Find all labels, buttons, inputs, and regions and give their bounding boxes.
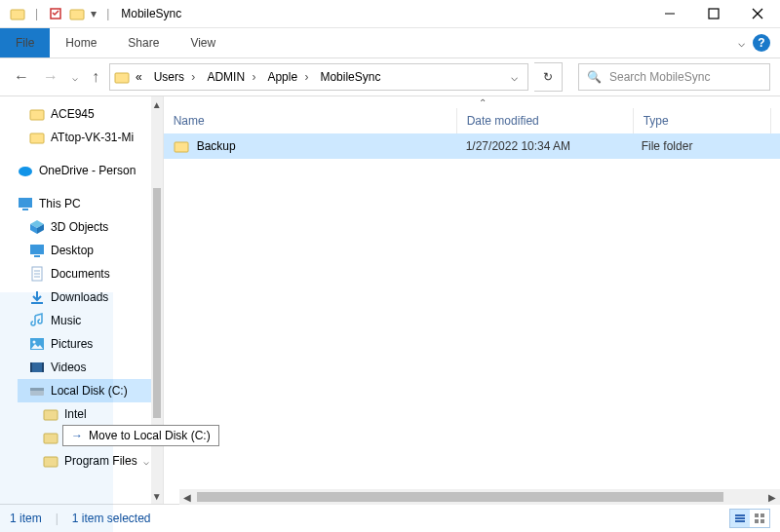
breadcrumb-apple[interactable]: Apple › (261, 70, 314, 84)
column-type[interactable]: Type (634, 108, 771, 133)
svg-rect-8 (30, 110, 44, 120)
up-button[interactable]: ↑ (88, 68, 103, 86)
search-icon: 🔍 (587, 70, 602, 84)
list-collapse-icon[interactable]: ⌃ (164, 96, 780, 108)
file-list: ⌃ Name Date modified Type Si Backup 1/27… (163, 96, 780, 504)
svg-rect-2 (70, 10, 84, 19)
horizontal-scrollbar[interactable]: ◀ ▶ (179, 489, 780, 505)
svg-rect-17 (34, 255, 40, 257)
search-placeholder: Search MobileSync (609, 70, 710, 84)
sidebar-item-label: Documents (51, 267, 110, 281)
breadcrumb-users[interactable]: Users › (148, 70, 202, 84)
list-header: Name Date modified Type Si (164, 108, 780, 133)
view-switcher (729, 509, 770, 528)
ribbon-collapse-icon[interactable]: ⌵ (738, 36, 745, 50)
tab-view[interactable]: View (175, 28, 231, 57)
svg-rect-37 (755, 513, 759, 517)
svg-rect-11 (19, 198, 32, 208)
breadcrumb-admin[interactable]: ADMIN › (201, 70, 261, 84)
address-bar[interactable]: « Users › ADMIN › Apple › MobileSync ⌵ (109, 63, 528, 91)
ribbon: File Home Share View ⌵ ? (0, 28, 780, 58)
folder-icon (10, 6, 25, 21)
refresh-button[interactable]: ↻ (534, 62, 563, 92)
folder-icon (29, 130, 45, 145)
qat-overflow-icon[interactable]: ▾ (91, 7, 97, 20)
h-scroll-thumb[interactable] (197, 492, 723, 502)
navbar: ← → ⌵ ↑ « Users › ADMIN › Apple › Mobile… (0, 58, 780, 96)
column-name[interactable]: Name (164, 108, 457, 133)
monitor-icon (18, 196, 33, 211)
app-folder-icon (69, 6, 85, 21)
minimize-button[interactable] (647, 0, 691, 27)
window-title: MobileSync (121, 7, 181, 20)
properties-icon[interactable] (48, 6, 63, 21)
back-button[interactable]: ← (10, 68, 33, 86)
sidebar-item-desktop[interactable]: Desktop (18, 239, 163, 262)
column-date[interactable]: Date modified (457, 108, 634, 133)
scroll-thumb[interactable] (153, 188, 161, 418)
thumbnails-view-button[interactable] (750, 510, 769, 527)
details-view-button[interactable] (730, 510, 750, 527)
sidebar-item-label: Desktop (51, 244, 94, 257)
scroll-up-icon[interactable]: ▲ (151, 96, 163, 112)
breadcrumb-prefix[interactable]: « (130, 70, 148, 84)
sidebar-item-ace945[interactable]: ACE945 (18, 102, 163, 126)
scroll-left-icon[interactable]: ◀ (179, 489, 195, 505)
svg-rect-9 (30, 133, 44, 143)
recent-locations-icon[interactable]: ⌵ (68, 72, 82, 83)
qat-separator: | (35, 7, 38, 20)
chevron-down-icon[interactable]: ⌵ (143, 456, 149, 467)
move-arrow-icon: → (71, 429, 83, 442)
address-dropdown-icon[interactable]: ⌵ (505, 70, 524, 84)
3d-icon (29, 219, 45, 235)
tab-file[interactable]: File (0, 28, 50, 57)
svg-rect-36 (735, 520, 745, 522)
svg-rect-40 (760, 519, 764, 523)
svg-rect-12 (22, 209, 28, 210)
forward-button[interactable]: → (39, 68, 62, 86)
sidebar-item-attop-vk-31-mi[interactable]: ATtop-VK-31-Mi (18, 126, 163, 149)
sidebar-item-label: OneDrive - Person (39, 164, 136, 177)
tab-home[interactable]: Home (50, 28, 112, 57)
sidebar-item-3d-objects[interactable]: 3D Objects (18, 215, 163, 239)
svg-rect-39 (755, 519, 759, 523)
maximize-button[interactable] (691, 0, 735, 27)
svg-rect-4 (709, 9, 719, 19)
onedrive-icon (18, 163, 33, 178)
scroll-right-icon[interactable]: ▶ (764, 489, 780, 505)
titlebar: | ▾ | MobileSync (0, 0, 780, 28)
svg-rect-35 (735, 517, 745, 519)
svg-rect-38 (760, 513, 764, 517)
svg-rect-33 (175, 142, 188, 152)
tab-share[interactable]: Share (112, 28, 175, 57)
sidebar-item-onedrive-person[interactable]: OneDrive - Person (18, 159, 163, 182)
sidebar-item-this-pc[interactable]: This PC (18, 192, 163, 215)
sidebar-item-label: ATtop-VK-31-Mi (51, 131, 134, 144)
svg-rect-7 (115, 73, 129, 83)
close-button[interactable] (735, 0, 779, 27)
sidebar-item-label: ACE945 (51, 107, 95, 121)
address-folder-icon (114, 69, 130, 85)
help-button[interactable]: ? (753, 34, 770, 52)
status-bar: 1 item | 1 item selected (0, 504, 780, 532)
file-row[interactable]: Backup 1/27/2022 10:34 AM File folder (164, 133, 780, 159)
svg-point-10 (19, 167, 32, 176)
svg-rect-34 (735, 514, 745, 516)
file-name: Backup (197, 139, 236, 153)
file-date: 1/27/2022 10:34 AM (456, 139, 632, 153)
drag-ghost (0, 292, 113, 532)
scroll-down-icon[interactable]: ▼ (151, 488, 163, 504)
folder-icon (29, 106, 45, 122)
svg-rect-16 (30, 245, 44, 254)
folder-icon (174, 138, 189, 154)
sidebar-item-documents[interactable]: Documents (18, 262, 163, 285)
breadcrumb-mobilesync[interactable]: MobileSync (314, 70, 386, 84)
monitor-icon (29, 243, 45, 258)
drop-tooltip: → Move to Local Disk (C:) (62, 425, 219, 446)
file-type: File folder (632, 139, 768, 153)
svg-rect-0 (11, 10, 24, 19)
sidebar-item-label: This PC (39, 197, 81, 210)
doc-icon (29, 266, 45, 282)
search-input[interactable]: 🔍 Search MobileSync (578, 63, 770, 91)
column-size[interactable]: Si (771, 108, 780, 133)
